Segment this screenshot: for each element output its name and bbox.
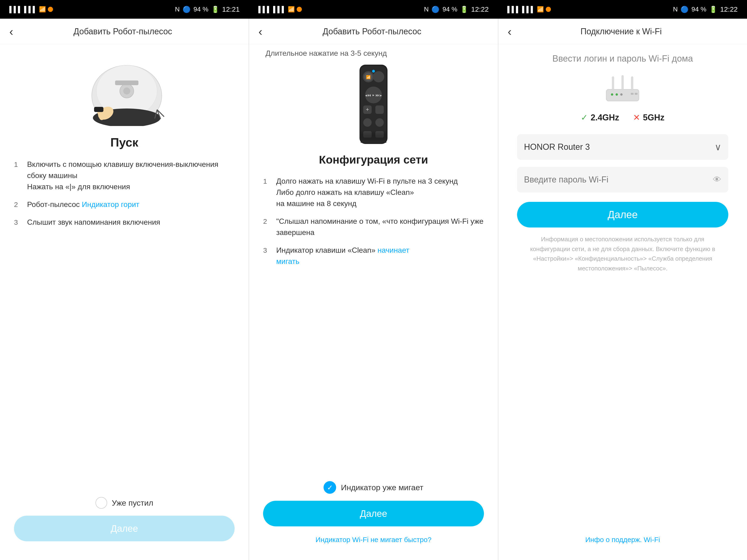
screen2-nav: ‹ Добавить Робот-пылесос [249,19,498,44]
time-3: 12:22 [720,5,738,13]
status-right-1: N 🔵 94 % 🔋 12:21 [175,5,240,13]
screen2-step-1: 1 Долго нажать на клавишу Wi-Fi в пульте… [263,176,484,209]
wifi-network-selector[interactable]: HONOR Router 3 ∨ [517,134,728,160]
signal-icon-1: ▌▌▌ [9,6,22,13]
screen2-next-button[interactable]: Далее [263,501,484,526]
wifi-password-row: 👁 [517,167,728,192]
svg-rect-4 [115,80,138,85]
screen2-back-button[interactable]: ‹ [258,26,262,37]
freq-5ghz: ✕ 5GHz [633,113,664,123]
orange-dot-2 [297,7,302,12]
screen-2: ‹ Добавить Робот-пылесос Длительное нажа… [249,19,498,560]
svg-point-37 [620,93,623,96]
wifi-password-input[interactable] [524,175,713,185]
screen1-footer: Уже пустил Далее [14,490,235,551]
battery-2: 94 % [442,6,457,13]
signal-icon-1b: ▌▌▌ [24,6,37,13]
signal-icon-2b: ▌▌▌ [273,6,286,13]
screen2-title: Конфигурация сети [319,153,428,166]
long-press-hint: Длительное нажатие на 3-5 секунд [263,49,387,58]
nfc-icon-3: N [673,6,678,13]
svg-rect-34 [631,77,633,90]
bt-icon-2: 🔵 [431,6,440,13]
status-left-1: ▌▌▌ ▌▌▌ 📶 [9,6,53,13]
s2-step1-number: 1 [263,176,273,186]
screen2-steps: 1 Долго нажать на клавишу Wi-Fi в пульте… [263,176,484,273]
screen1-next-button[interactable]: Далее [14,516,235,541]
orange-dot-1 [48,7,53,12]
status-panel-2: ▌▌▌ ▌▌▌ 📶 N 🔵 94 % 🔋 12:22 [249,0,498,19]
freq-5-cross-icon: ✕ [633,113,640,123]
freq-24-check-icon: ✓ [581,113,588,123]
robot-vacuum-svg [80,56,169,126]
remote-image: 📶 ⏮ ▶ ⏭ ◂ ▸ + [350,62,397,146]
wifi-icon-2: 📶 [288,6,295,12]
step2-text: Робот-пылесос Индикатор горит [27,199,235,210]
svg-text:◂: ◂ [365,93,367,97]
bt-icon-3: 🔵 [680,6,689,13]
battery-icon-2: 🔋 [460,6,468,13]
wifi-icon-1: 📶 [39,6,46,12]
s2-step3-text: Индикатор клавиши «Clean» начинаетмигать [276,244,484,267]
signal-icon-3b: ▌▌▌ [522,6,535,13]
screen3-content: Ввести логин и пароль Wi-Fi дома [498,44,747,560]
step2-link: Индикатор горит [82,200,139,209]
freq-24ghz: ✓ 2.4GHz [581,113,619,123]
screen3-nav: ‹ Подключение к Wi-Fi [498,19,747,44]
already-launched-label: Уже пустил [112,499,153,507]
svg-text:▸: ▸ [380,93,382,97]
svg-point-26 [363,118,371,127]
step3-text: Слышит звук напоминания включения [27,216,235,228]
time-1: 12:21 [222,5,240,13]
screen3-back-button[interactable]: ‹ [508,26,512,37]
svg-text:+: + [366,106,369,112]
orange-dot-3 [546,7,551,12]
bt-icon-1: 🔵 [183,6,191,13]
svg-text:📶: 📶 [366,75,371,79]
screen1-step-1: 1 Включить с помощью клавишу включения-в… [14,159,235,192]
screen1-step-3: 3 Слышит звук напоминания включения [14,216,235,228]
time-2: 12:22 [471,5,489,13]
frequency-row: ✓ 2.4GHz ✕ 5GHz [581,113,664,123]
svg-text:⏮ ▶ ⏭: ⏮ ▶ ⏭ [367,93,380,98]
screen3-next-button[interactable]: Далее [517,202,728,228]
wifi-instruction-title: Ввести логин и пароль Wi-Fi дома [552,54,693,64]
svg-rect-33 [622,75,623,90]
chevron-down-icon: ∨ [715,142,721,152]
freq-5-label: 5GHz [643,113,664,123]
already-launched-checkbox[interactable] [96,497,107,509]
status-right-2: N 🔵 94 % 🔋 12:22 [424,5,489,13]
status-panel-3: ▌▌▌ ▌▌▌ 📶 N 🔵 94 % 🔋 12:22 [498,0,747,19]
step2-number: 2 [14,199,23,210]
svg-point-17 [372,70,375,73]
screen-1: ‹ Добавить Робот-пылесос [0,19,249,560]
screen2-step-3: 3 Индикатор клавиши «Clean» начинаетмига… [263,244,484,267]
svg-point-35 [611,93,613,96]
status-bar: ▌▌▌ ▌▌▌ 📶 N 🔵 94 % 🔋 12:21 ▌▌▌ ▌▌▌ 📶 N 🔵… [0,0,747,19]
support-link[interactable]: Инфо о поддерж. Wi-Fi [585,536,660,544]
screen1-back-button[interactable]: ‹ [9,26,13,37]
status-panel-1: ▌▌▌ ▌▌▌ 📶 N 🔵 94 % 🔋 12:21 [0,0,249,19]
svg-rect-25 [376,105,384,114]
screen1-title: Пуск [110,135,138,149]
privacy-text: Информация о местоположении используется… [517,235,728,273]
status-left-2: ▌▌▌ ▌▌▌ 📶 [258,6,302,13]
screen1-nav: ‹ Добавить Робот-пылесос [0,19,249,44]
s2-step1-text: Долго нажать на клавишу Wi-Fi в пульте н… [276,176,484,209]
freq-24-label: 2.4GHz [591,113,619,123]
screen1-content: Пуск 1 Включить с помощью клавишу включе… [0,44,249,560]
freq-5-value: 5GHz [643,113,664,122]
svg-rect-39 [635,93,638,95]
screen3-nav-title: Подключение к Wi-Fi [516,27,726,36]
troubleshoot-link[interactable]: Индикатор Wi-Fi не мигает быстро? [316,536,432,544]
router-svg [599,73,646,106]
screen1-step-2: 2 Робот-пылесос Индикатор горит [14,199,235,210]
step1-text: Включить с помощью клавишу включения-вык… [27,159,235,192]
nfc-icon-1: N [175,6,180,13]
eye-icon[interactable]: 👁 [713,175,721,185]
screen2-content: Длительное нажатие на 3-5 секунд 📶 [249,44,498,560]
svg-point-3 [123,87,130,95]
signal-icon-2: ▌▌▌ [258,6,271,13]
step3-number: 3 [14,217,23,228]
screen1-steps: 1 Включить с помощью клавишу включения-в… [14,159,235,234]
